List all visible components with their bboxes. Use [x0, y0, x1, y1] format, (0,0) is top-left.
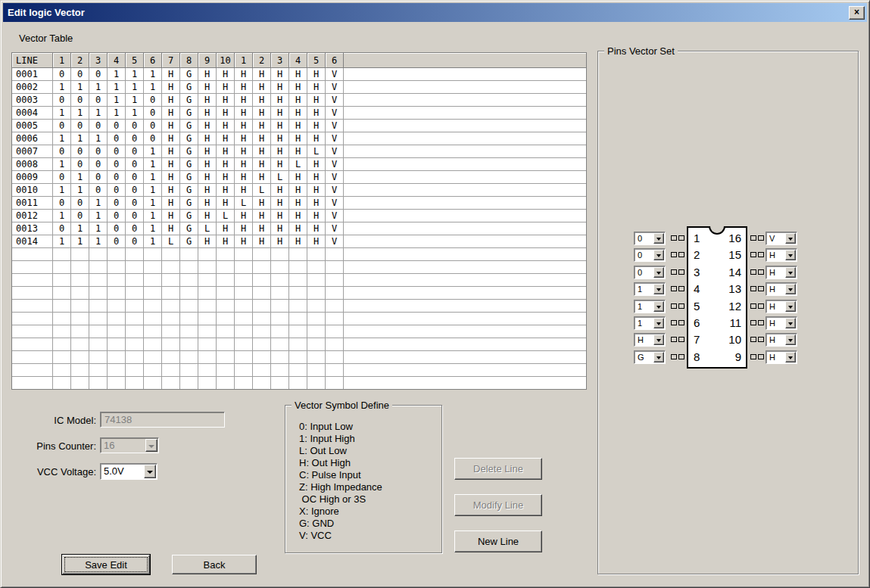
- vector-cell[interactable]: [126, 325, 144, 338]
- vector-cell[interactable]: L: [217, 210, 235, 222]
- vector-cell[interactable]: G: [180, 145, 198, 158]
- vector-cell[interactable]: [180, 351, 198, 364]
- vector-cell[interactable]: 0: [126, 145, 144, 158]
- vector-cell[interactable]: [180, 248, 198, 261]
- vector-cell[interactable]: 1: [126, 107, 144, 120]
- vector-cell[interactable]: H: [235, 222, 253, 235]
- vector-cell[interactable]: [271, 261, 289, 274]
- vector-cell[interactable]: H: [271, 158, 289, 171]
- vector-cell[interactable]: H: [271, 235, 289, 248]
- vector-cell[interactable]: [144, 300, 162, 313]
- vector-cell[interactable]: H: [162, 120, 180, 132]
- vector-cell[interactable]: H: [198, 81, 217, 94]
- empty-row[interactable]: [12, 338, 586, 351]
- vector-cell[interactable]: [289, 377, 307, 390]
- vector-cell[interactable]: G: [180, 197, 198, 210]
- vector-cell[interactable]: [307, 287, 326, 300]
- vector-cell[interactable]: [144, 364, 162, 377]
- table-row[interactable]: 0003000110HGHHHHHHHV: [12, 94, 586, 107]
- vector-cell[interactable]: [180, 274, 198, 287]
- vector-cell[interactable]: H: [253, 132, 271, 145]
- dropdown-arrow-icon[interactable]: [785, 301, 796, 312]
- vector-cell[interactable]: G: [180, 68, 198, 81]
- dropdown-arrow-icon[interactable]: [785, 267, 796, 278]
- vector-cell[interactable]: [326, 313, 344, 325]
- line-cell[interactable]: 0001: [12, 68, 53, 81]
- vector-cell[interactable]: L: [253, 184, 271, 197]
- dropdown-arrow-icon[interactable]: [653, 250, 664, 260]
- dropdown-arrow-icon[interactable]: [785, 334, 796, 345]
- vector-cell[interactable]: [271, 300, 289, 313]
- vector-cell[interactable]: [235, 325, 253, 338]
- empty-row[interactable]: [12, 313, 586, 325]
- vector-cell[interactable]: [144, 338, 162, 351]
- vector-cell[interactable]: H: [271, 132, 289, 145]
- vector-cell[interactable]: H: [289, 120, 307, 132]
- vector-cell[interactable]: [289, 274, 307, 287]
- vector-cell[interactable]: H: [162, 171, 180, 184]
- vector-cell[interactable]: 0: [89, 184, 108, 197]
- vector-cell[interactable]: H: [217, 197, 235, 210]
- vector-cell[interactable]: 1: [144, 171, 162, 184]
- vector-cell[interactable]: V: [326, 68, 344, 81]
- vector-cell[interactable]: [271, 248, 289, 261]
- vector-cell[interactable]: H: [217, 68, 235, 81]
- vector-cell[interactable]: H: [289, 132, 307, 145]
- vector-cell[interactable]: [162, 300, 180, 313]
- vector-cell[interactable]: H: [198, 158, 217, 171]
- vector-cell[interactable]: [253, 248, 271, 261]
- vector-cell[interactable]: V: [326, 120, 344, 132]
- vector-cell[interactable]: H: [198, 94, 217, 107]
- vector-cell[interactable]: V: [326, 197, 344, 210]
- vector-cell[interactable]: 0: [53, 222, 71, 235]
- vector-cell[interactable]: [89, 377, 108, 390]
- vector-cell[interactable]: H: [235, 81, 253, 94]
- vector-cell[interactable]: H: [235, 145, 253, 158]
- vector-cell[interactable]: H: [307, 197, 326, 210]
- vector-cell[interactable]: H: [198, 68, 217, 81]
- vector-cell[interactable]: [307, 261, 326, 274]
- pin-4-select[interactable]: 1: [634, 282, 666, 296]
- vector-cell[interactable]: L: [235, 197, 253, 210]
- vector-cell[interactable]: [126, 351, 144, 364]
- vector-cell[interactable]: [53, 274, 71, 287]
- table-row[interactable]: 0005000000HGHHHHHHHV: [12, 120, 586, 132]
- vector-cell[interactable]: [198, 351, 217, 364]
- vector-cell[interactable]: [235, 248, 253, 261]
- vector-cell[interactable]: [235, 313, 253, 325]
- pin-16-select[interactable]: V: [766, 232, 797, 245]
- vector-cell[interactable]: [289, 313, 307, 325]
- vector-cell[interactable]: [235, 274, 253, 287]
- vector-cell[interactable]: [289, 248, 307, 261]
- vector-cell[interactable]: 0: [144, 94, 162, 107]
- vector-cell[interactable]: H: [198, 107, 217, 120]
- vector-cell[interactable]: [126, 377, 144, 390]
- vector-cell[interactable]: H: [271, 120, 289, 132]
- line-cell[interactable]: 0009: [12, 171, 53, 184]
- vector-cell[interactable]: [271, 325, 289, 338]
- vector-cell[interactable]: [271, 377, 289, 390]
- line-cell[interactable]: 0003: [12, 94, 53, 107]
- vector-cell[interactable]: H: [235, 235, 253, 248]
- vector-cell[interactable]: 1: [144, 235, 162, 248]
- line-cell[interactable]: 0002: [12, 81, 53, 94]
- vector-cell[interactable]: H: [307, 68, 326, 81]
- vector-cell[interactable]: [271, 274, 289, 287]
- vector-cell[interactable]: H: [307, 94, 326, 107]
- vector-cell[interactable]: 1: [89, 107, 108, 120]
- vector-cell[interactable]: 1: [71, 171, 89, 184]
- vector-cell[interactable]: 0: [89, 68, 108, 81]
- vector-cell[interactable]: [89, 248, 108, 261]
- vector-cell[interactable]: H: [253, 81, 271, 94]
- vector-cell[interactable]: [144, 287, 162, 300]
- vector-cell[interactable]: G: [180, 94, 198, 107]
- vector-cell[interactable]: L: [198, 222, 217, 235]
- vector-cell[interactable]: [307, 274, 326, 287]
- vector-cell[interactable]: 0: [53, 68, 71, 81]
- vector-cell[interactable]: H: [307, 132, 326, 145]
- vector-cell[interactable]: 1: [89, 210, 108, 222]
- vector-cell[interactable]: G: [180, 81, 198, 94]
- vector-cell[interactable]: 0: [53, 120, 71, 132]
- vector-cell[interactable]: [180, 300, 198, 313]
- vector-cell[interactable]: [89, 274, 108, 287]
